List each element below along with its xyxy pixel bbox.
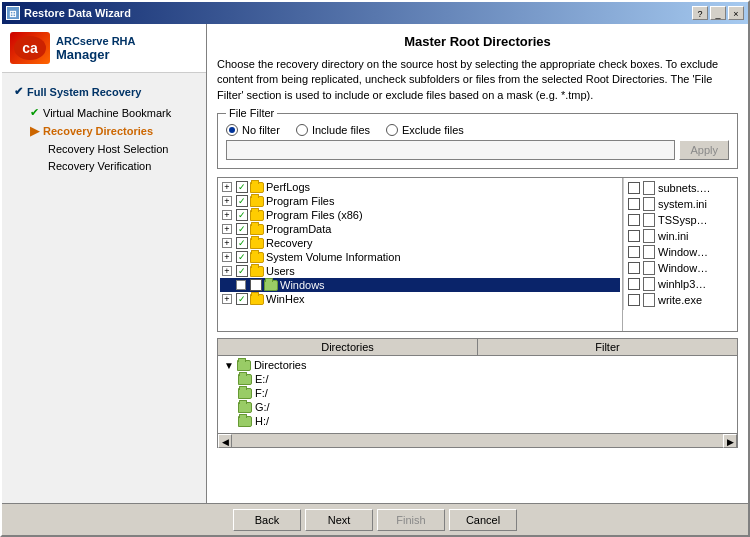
side-item[interactable]: TSSysp…: [626, 212, 721, 228]
horizontal-scrollbar[interactable]: ◀ ▶: [218, 433, 737, 447]
expand-icon[interactable]: +: [222, 294, 232, 304]
side-item[interactable]: Window…: [626, 260, 721, 276]
logo-area: ca ARCserve RHA Manager: [2, 24, 206, 73]
window-title: Restore Data Wizard: [24, 7, 131, 19]
back-button[interactable]: Back: [233, 509, 301, 531]
sidebar-item-label: Recovery Verification: [48, 160, 151, 172]
dir-item-root[interactable]: ▼ Directories: [222, 358, 733, 372]
side-item[interactable]: Window…: [626, 244, 721, 260]
tree-item[interactable]: + Users: [220, 264, 620, 278]
filter-text-input[interactable]: [226, 140, 675, 160]
tree-main[interactable]: + PerfLogs + Program Files +: [218, 178, 622, 331]
side-checkbox[interactable]: [628, 262, 640, 274]
table-body[interactable]: ▼ Directories E:/ F:/: [218, 356, 737, 433]
sidebar-item-recovery-directories[interactable]: ▶ Recovery Directories: [26, 122, 198, 140]
expand-icon[interactable]: +: [222, 224, 232, 234]
finish-button[interactable]: Finish: [377, 509, 445, 531]
side-checkbox[interactable]: [628, 182, 640, 194]
dir-item[interactable]: E:/: [222, 372, 733, 386]
expand-icon[interactable]: +: [222, 196, 232, 206]
folder-icon: [238, 374, 252, 385]
expand-icon[interactable]: +: [236, 280, 246, 290]
side-checkbox[interactable]: [628, 198, 640, 210]
checkbox[interactable]: [236, 181, 248, 193]
title-bar: ⊞ Restore Data Wizard ? _ ×: [2, 2, 748, 24]
item-label: ProgramData: [266, 223, 331, 235]
checkbox[interactable]: [236, 209, 248, 221]
tree-item[interactable]: + PerfLogs: [220, 180, 620, 194]
apply-button[interactable]: Apply: [679, 140, 729, 160]
tree-item[interactable]: + Program Files: [220, 194, 620, 208]
check-icon-vm: ✔: [30, 106, 39, 119]
side-item-label: subnets.…: [658, 182, 711, 194]
dir-item[interactable]: G:/: [222, 400, 733, 414]
expand-icon[interactable]: +: [222, 182, 232, 192]
file-icon: [643, 245, 655, 259]
window-icon: ⊞: [6, 6, 20, 20]
side-item[interactable]: system.ini: [626, 196, 721, 212]
tree-item-selected[interactable]: + Windows: [220, 278, 620, 292]
dir-tree: ▼ Directories E:/ F:/: [218, 356, 737, 430]
filter-option-include[interactable]: Include files: [296, 124, 370, 136]
exclude-files-label: Exclude files: [402, 124, 464, 136]
checkbox[interactable]: [236, 195, 248, 207]
help-button[interactable]: ?: [692, 6, 708, 20]
sidebar-item-recovery-verification[interactable]: Recovery Verification: [26, 158, 198, 174]
side-item[interactable]: subnets.…: [626, 180, 721, 196]
expand-icon[interactable]: +: [222, 252, 232, 262]
radio-no-filter[interactable]: [226, 124, 238, 136]
side-checkbox[interactable]: [628, 230, 640, 242]
expand-icon[interactable]: +: [222, 266, 232, 276]
filter-option-exclude[interactable]: Exclude files: [386, 124, 464, 136]
checkbox[interactable]: [236, 265, 248, 277]
side-checkbox[interactable]: [628, 246, 640, 258]
side-checkbox[interactable]: [628, 294, 640, 306]
checkbox[interactable]: [236, 251, 248, 263]
folder-icon: [250, 238, 264, 249]
scroll-right-btn[interactable]: ▶: [723, 434, 737, 448]
bottom-bar: Back Next Finish Cancel: [2, 503, 748, 535]
checkbox[interactable]: [236, 293, 248, 305]
logo-text: ARCserve RHA Manager: [56, 35, 135, 62]
cancel-button[interactable]: Cancel: [449, 509, 517, 531]
minimize-button[interactable]: _: [710, 6, 726, 20]
checkbox[interactable]: [250, 279, 262, 291]
side-item[interactable]: win.ini: [626, 228, 721, 244]
side-checkbox[interactable]: [628, 278, 640, 290]
tree-side[interactable]: subnets.… system.ini TSSysp…: [623, 178, 723, 310]
side-item[interactable]: winhlp3…: [626, 276, 721, 292]
tree-item[interactable]: + Program Files (x86): [220, 208, 620, 222]
filter-option-no-filter[interactable]: No filter: [226, 124, 280, 136]
bottom-table: Directories Filter ▼ Directories E:/: [217, 338, 738, 448]
dir-item[interactable]: F:/: [222, 386, 733, 400]
sidebar-item-recovery-host-selection[interactable]: Recovery Host Selection: [26, 141, 198, 157]
tree-item[interactable]: + ProgramData: [220, 222, 620, 236]
tree-item[interactable]: + Recovery: [220, 236, 620, 250]
full-system-check-icon: ✔: [14, 85, 23, 98]
folder-icon: [264, 280, 278, 291]
scroll-left-btn[interactable]: ◀: [218, 434, 232, 448]
file-filter-group: File Filter No filter Include files Excl…: [217, 113, 738, 169]
radio-exclude-files[interactable]: [386, 124, 398, 136]
folder-icon: [250, 182, 264, 193]
expand-icon[interactable]: +: [222, 238, 232, 248]
dir-item-label: E:/: [255, 373, 268, 385]
side-item-label: winhlp3…: [658, 278, 706, 290]
window: ⊞ Restore Data Wizard ? _ × ca ARCserve …: [0, 0, 750, 537]
svg-text:ca: ca: [22, 40, 38, 56]
include-files-label: Include files: [312, 124, 370, 136]
side-item[interactable]: write.exe: [626, 292, 721, 308]
tree-item[interactable]: + WinHex: [220, 292, 620, 306]
dir-item[interactable]: H:/: [222, 414, 733, 428]
next-button[interactable]: Next: [305, 509, 373, 531]
expand-icon[interactable]: +: [222, 210, 232, 220]
sidebar-item-virtual-machine-bookmark[interactable]: ✔ Virtual Machine Bookmark: [26, 104, 198, 121]
checkbox[interactable]: [236, 237, 248, 249]
checkbox[interactable]: [236, 223, 248, 235]
radio-include-files[interactable]: [296, 124, 308, 136]
dir-item-label: F:/: [255, 387, 268, 399]
close-button[interactable]: ×: [728, 6, 744, 20]
tree-area: + PerfLogs + Program Files +: [217, 177, 738, 332]
side-checkbox[interactable]: [628, 214, 640, 226]
tree-item[interactable]: + System Volume Information: [220, 250, 620, 264]
